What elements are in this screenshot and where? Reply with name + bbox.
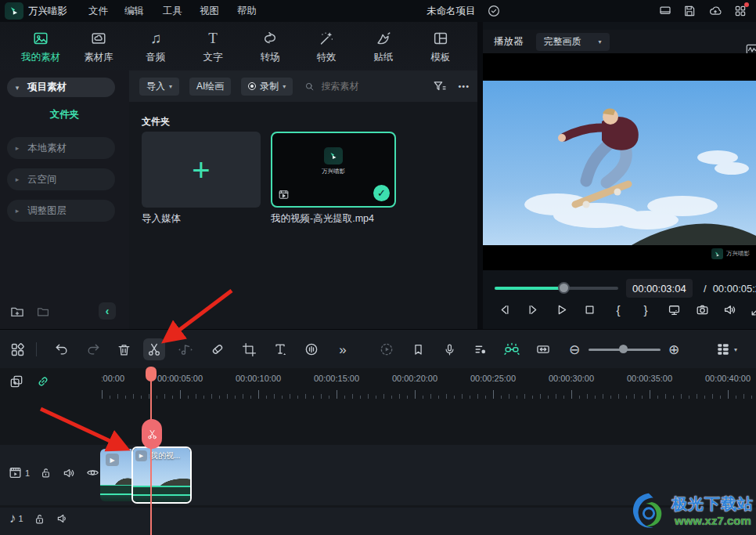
quality-dropdown[interactable]: 完整画质 ▾ [536, 33, 610, 51]
playhead-handle[interactable] [146, 367, 157, 381]
caret-down-icon: ▾ [169, 83, 172, 90]
tab-label: 素材库 [84, 51, 113, 64]
next-frame-button[interactable] [525, 300, 541, 319]
menu-file[interactable]: 文件 [88, 0, 108, 22]
split-button[interactable] [143, 338, 165, 360]
detach-audio-button[interactable] [175, 338, 196, 360]
sidebar-item-adjustment-layer[interactable]: ▸ 调整图层 [7, 200, 115, 222]
snapshot-button[interactable] [694, 300, 710, 319]
voiceover-mic-button[interactable] [438, 338, 460, 360]
sidebar-item-project-media[interactable]: ▾ 项目素材 [7, 78, 115, 97]
smart-cut-button[interactable] [501, 338, 523, 360]
save-button[interactable] [682, 4, 697, 18]
mute-track-button[interactable] [56, 512, 70, 526]
record-icon [248, 82, 256, 90]
zoom-in-button[interactable]: ⊕ [663, 338, 685, 360]
transition-icon [261, 30, 279, 47]
split-playhead-badge[interactable] [142, 419, 162, 449]
filter-button[interactable] [432, 79, 447, 94]
video-track-header: 1 [8, 465, 100, 480]
ai-paint-button[interactable]: AI绘画 [189, 78, 231, 96]
collapse-icon: ‹ [106, 305, 110, 317]
search-input[interactable] [321, 81, 391, 92]
tab-label: 贴纸 [374, 51, 394, 64]
transport-controls: { } [483, 300, 756, 324]
tab-my-media[interactable]: 我的素材 [16, 27, 66, 67]
folder-icon[interactable] [36, 305, 50, 319]
new-folder-button[interactable] [9, 304, 25, 320]
layout-screen-button[interactable] [658, 4, 672, 18]
menu-edit[interactable]: 编辑 [124, 0, 144, 22]
mark-out-button[interactable]: } [638, 300, 653, 319]
undo-button[interactable] [51, 338, 73, 360]
playhead-line[interactable] [150, 368, 152, 535]
previous-frame-button[interactable] [496, 300, 512, 319]
mute-track-button[interactable] [62, 466, 76, 480]
more-button[interactable]: ••• [458, 81, 470, 91]
edit-toolbar: » ⊖ ⊕ ▾ [0, 329, 756, 368]
expand-button[interactable] [749, 300, 756, 319]
tab-effects[interactable]: 特效 [301, 27, 351, 67]
sidebar-item-label: 调整图层 [27, 204, 67, 218]
speed-button[interactable] [301, 338, 322, 360]
stop-button[interactable] [581, 300, 597, 319]
lock-track-button[interactable] [39, 466, 52, 479]
text-tool-button[interactable] [269, 338, 291, 360]
tab-stock-library[interactable]: 素材库 [74, 27, 124, 67]
link-clips-button[interactable] [34, 373, 52, 390]
video-file-icon [278, 189, 290, 201]
media-search[interactable] [304, 81, 391, 92]
render-preview-button[interactable] [376, 338, 398, 360]
tab-templates[interactable]: 模板 [416, 27, 466, 67]
menu-help[interactable]: 帮助 [237, 0, 257, 22]
clip-segment-selected[interactable]: ▶ 我的视... [131, 446, 192, 504]
brand-logo-icon [324, 147, 343, 164]
player-label: 播放器 [494, 35, 524, 49]
media-section-title: 文件夹 [142, 115, 170, 128]
label-tag-button[interactable] [207, 338, 229, 360]
media-panel: 导入 ▾ AI绘画 录制 ▾ ••• [129, 70, 477, 329]
file-name-caption: 我的视频-高光提取.mp4 [271, 212, 374, 226]
caret-down-icon: ▾ [283, 83, 286, 90]
clip-segment-left[interactable]: ▶ [100, 449, 131, 501]
fit-timeline-button[interactable] [532, 338, 554, 360]
duplicate-clip-button[interactable] [8, 373, 25, 390]
tab-text[interactable]: T 文字 [188, 27, 238, 67]
import-button[interactable]: 导入 ▾ [139, 78, 179, 96]
menu-view[interactable]: 视图 [200, 0, 219, 22]
cloud-upload-button[interactable] [708, 4, 722, 18]
toolbox-button[interactable] [6, 338, 28, 360]
track-manager-button[interactable]: ▾ [711, 338, 742, 360]
site-logo-icon [626, 489, 671, 533]
marker-button[interactable] [407, 338, 429, 360]
redo-button[interactable] [82, 338, 104, 360]
media-file-card[interactable]: 万兴喵影 ✓ [271, 132, 396, 208]
seek-thumb[interactable] [558, 282, 570, 294]
audio-track-icon: ♪ 1 [9, 511, 23, 526]
record-button[interactable]: 录制 ▾ [241, 78, 293, 96]
tab-transition[interactable]: 转场 [245, 27, 295, 67]
zoom-out-button[interactable]: ⊖ [563, 338, 585, 360]
lock-track-button[interactable] [33, 512, 46, 526]
timeline-ruler[interactable]: 00:00:00:0000:00:05:0000:00:10:0000:00:1… [102, 368, 756, 401]
crop-button[interactable] [238, 338, 260, 360]
timeline-zoom-thumb[interactable] [619, 345, 628, 353]
total-timecode: / 00:00:05:2 [704, 279, 756, 298]
sidebar-item-local-media[interactable]: ▸ 本地素材 [7, 137, 115, 159]
collapse-sidebar-button[interactable]: ‹ [99, 302, 116, 320]
sidebar-item-cloud-space[interactable]: ▸ 云空间 [7, 168, 115, 190]
video-watermark: 万兴喵影 [711, 248, 750, 259]
mark-in-button[interactable]: { [610, 300, 626, 319]
audio-mixer-button[interactable] [470, 338, 491, 360]
fullscreen-monitor-button[interactable] [666, 300, 682, 319]
import-media-card[interactable]: + [142, 132, 261, 208]
tab-audio[interactable]: ♫ 音频 [131, 27, 181, 67]
more-tools-button[interactable]: » [332, 338, 354, 360]
volume-button[interactable] [722, 300, 737, 319]
hide-track-button[interactable] [85, 465, 100, 480]
sidebar-item-folder-selected[interactable]: 文件夹 [0, 108, 129, 121]
delete-button[interactable] [113, 338, 135, 360]
tab-stickers[interactable]: 贴纸 [358, 27, 409, 67]
menu-tools[interactable]: 工具 [163, 0, 182, 22]
play-button[interactable] [553, 300, 569, 319]
